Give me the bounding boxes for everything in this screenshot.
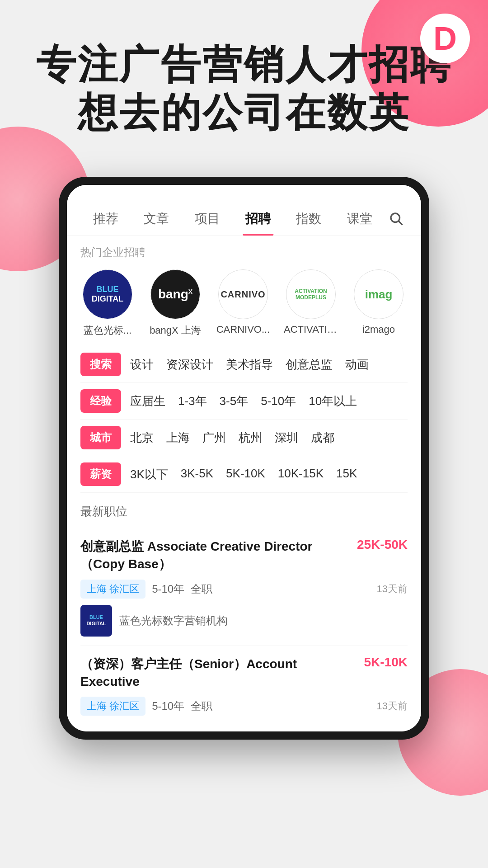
search-icon xyxy=(388,211,404,227)
company-item-i2mago[interactable]: imag i2mago xyxy=(352,269,406,337)
filter-row-salary: 薪资 3K以下 3K-5K 5K-10K 10K-15K 15K xyxy=(80,456,408,493)
filter-opt-1-3[interactable]: 1-3年 xyxy=(178,393,207,409)
hero-section: 专注广告营销人才招聘 想去的公司在数英 xyxy=(0,0,488,163)
company-name-blue-digital: 蓝色光标... xyxy=(80,324,135,337)
tab-index[interactable]: 指数 xyxy=(283,207,334,231)
company-item-activation[interactable]: ACTIVATIONMODEPLUS ACTIVATIO... xyxy=(284,269,338,337)
filter-opt-15k[interactable]: 15K xyxy=(336,467,357,482)
job-card-1-meta: 上海 徐汇区 5-10年 全职 13天前 xyxy=(80,580,408,599)
filter-opt-beijing[interactable]: 北京 xyxy=(130,430,154,446)
company-name-bangx: bangX 上海 xyxy=(148,324,202,337)
filter-tag-experience[interactable]: 经验 xyxy=(80,389,121,413)
tab-article[interactable]: 文章 xyxy=(131,207,182,231)
filter-opt-3k-below[interactable]: 3K以下 xyxy=(130,467,168,482)
company-name-activation: ACTIVATIO... xyxy=(284,324,338,335)
filter-opt-shanghai[interactable]: 上海 xyxy=(166,430,190,446)
filter-opt-3-5[interactable]: 3-5年 xyxy=(220,393,249,409)
filter-opt-chengdu[interactable]: 成都 xyxy=(311,430,334,446)
filter-opt-guangzhou[interactable]: 广州 xyxy=(202,430,226,446)
hot-companies-label: 热门企业招聘 xyxy=(67,236,421,265)
filter-opt-animation[interactable]: 动画 xyxy=(345,357,369,373)
company-logo-activation: ACTIVATIONMODEPLUS xyxy=(286,269,336,319)
job-card-2-experience: 5-10年 xyxy=(152,699,184,713)
job-card-2-salary: 5K-10K xyxy=(364,655,408,670)
companies-row: BLUEDIGITAL 蓝色光标... bangX bangX 上海 CARNI… xyxy=(67,265,421,346)
job-card-1-location: 上海 徐汇区 xyxy=(80,580,145,599)
jobs-section-title: 最新职位 xyxy=(80,504,408,519)
tab-course[interactable]: 课堂 xyxy=(334,207,385,231)
status-bar xyxy=(67,185,421,198)
job-card-2-header: （资深）客户主任（Senior）Account Executive 5K-10K xyxy=(80,655,408,690)
filter-opt-design[interactable]: 设计 xyxy=(130,357,154,373)
company-name-carnivo: CARNIVO... xyxy=(216,324,270,335)
filter-opt-3k-5k[interactable]: 3K-5K xyxy=(181,467,213,482)
filter-options-city: 北京 上海 广州 杭州 深圳 成都 xyxy=(130,430,408,446)
filter-row-city: 城市 北京 上海 广州 杭州 深圳 成都 xyxy=(80,420,408,456)
filter-section: 搜索 设计 资深设计 美术指导 创意总监 动画 经验 应届生 1-3年 3-5年 xyxy=(67,346,421,493)
job-card-1[interactable]: 创意副总监 Associate Creative Director（Copy B… xyxy=(80,528,408,646)
filter-tag-city[interactable]: 城市 xyxy=(80,426,121,449)
company-name-i2mago: i2mago xyxy=(352,324,406,335)
filter-opt-senior-design[interactable]: 资深设计 xyxy=(166,357,213,373)
hero-line2: 想去的公司在数英 xyxy=(27,89,461,137)
nav-tabs: 推荐 文章 项目 招聘 指数 课堂 xyxy=(67,198,421,236)
filter-opt-5-10[interactable]: 5-10年 xyxy=(261,393,296,409)
filter-opt-10k-15k[interactable]: 10K-15K xyxy=(278,467,324,482)
job-card-2[interactable]: （资深）客户主任（Senior）Account Executive 5K-10K… xyxy=(80,646,408,731)
jobs-section: 最新职位 创意副总监 Associate Creative Director（C… xyxy=(67,493,421,731)
job-card-2-type: 全职 xyxy=(191,699,212,713)
company-logo-blue-digital: BLUEDIGITAL xyxy=(83,269,132,319)
filter-opt-10plus[interactable]: 10年以上 xyxy=(309,393,357,409)
job-card-2-time: 13天前 xyxy=(377,699,408,713)
filter-row-experience: 经验 应届生 1-3年 3-5年 5-10年 10年以上 xyxy=(80,383,408,420)
tab-project[interactable]: 项目 xyxy=(182,207,233,231)
filter-opt-art-director[interactable]: 美术指导 xyxy=(226,357,273,373)
company-item-bangx[interactable]: bangX bangX 上海 xyxy=(148,269,202,337)
job-card-1-company: BLUEDIGITAL 蓝色光标数字营销机构 xyxy=(80,605,408,637)
job-card-1-time: 13天前 xyxy=(377,582,408,596)
company-logo-carnivo: CARNIVO xyxy=(218,269,268,319)
job-card-2-location: 上海 徐汇区 xyxy=(80,697,145,716)
filter-options-salary: 3K以下 3K-5K 5K-10K 10K-15K 15K xyxy=(130,467,408,482)
job-card-2-meta: 上海 徐汇区 5-10年 全职 13天前 xyxy=(80,697,408,716)
hero-title: 专注广告营销人才招聘 想去的公司在数英 xyxy=(27,41,461,136)
job-card-1-experience: 5-10年 xyxy=(152,582,184,596)
filter-opt-creative-director[interactable]: 创意总监 xyxy=(286,357,333,373)
company-logo-bangx: bangX xyxy=(150,269,200,319)
phone-frame: 推荐 文章 项目 招聘 指数 课堂 热门企业招聘 xyxy=(59,177,429,740)
tab-recruit[interactable]: 招聘 xyxy=(233,207,283,231)
filter-opt-hangzhou[interactable]: 杭州 xyxy=(239,430,262,446)
phone-container: 推荐 文章 项目 招聘 指数 课堂 热门企业招聘 xyxy=(0,177,488,740)
filter-options-experience: 应届生 1-3年 3-5年 5-10年 10年以上 xyxy=(130,393,408,409)
filter-opt-fresh[interactable]: 应届生 xyxy=(130,393,165,409)
filter-tag-salary[interactable]: 薪资 xyxy=(80,462,121,486)
job-card-1-company-name: 蓝色光标数字营销机构 xyxy=(119,613,228,628)
company-item-blue-digital[interactable]: BLUEDIGITAL 蓝色光标... xyxy=(80,269,135,337)
filter-tag-search[interactable]: 搜索 xyxy=(80,353,121,376)
job-card-1-company-logo: BLUEDIGITAL xyxy=(80,605,112,637)
filter-row-search: 搜索 设计 资深设计 美术指导 创意总监 动画 xyxy=(80,346,408,383)
svg-point-0 xyxy=(391,213,400,222)
filter-opt-5k-10k[interactable]: 5K-10K xyxy=(226,467,265,482)
phone-screen: 推荐 文章 项目 招聘 指数 课堂 热门企业招聘 xyxy=(67,185,421,731)
company-item-carnivo[interactable]: CARNIVO CARNIVO... xyxy=(216,269,270,337)
filter-opt-shenzhen[interactable]: 深圳 xyxy=(275,430,298,446)
job-card-1-header: 创意副总监 Associate Creative Director（Copy B… xyxy=(80,538,408,573)
svg-line-1 xyxy=(399,221,402,225)
filter-options-search: 设计 资深设计 美术指导 创意总监 动画 xyxy=(130,357,408,373)
nav-search-button[interactable] xyxy=(385,211,408,227)
job-card-2-title: （资深）客户主任（Senior）Account Executive xyxy=(80,655,364,690)
hero-line1: 专注广告营销人才招聘 xyxy=(27,41,461,89)
job-card-1-title: 创意副总监 Associate Creative Director（Copy B… xyxy=(80,538,357,573)
company-logo-i2mago: imag xyxy=(354,269,404,319)
app-logo[interactable]: D xyxy=(420,14,470,63)
job-card-1-salary: 25K-50K xyxy=(357,538,408,552)
tab-recommend[interactable]: 推荐 xyxy=(80,207,131,231)
app-logo-letter: D xyxy=(433,20,457,57)
job-card-1-type: 全职 xyxy=(191,582,212,596)
